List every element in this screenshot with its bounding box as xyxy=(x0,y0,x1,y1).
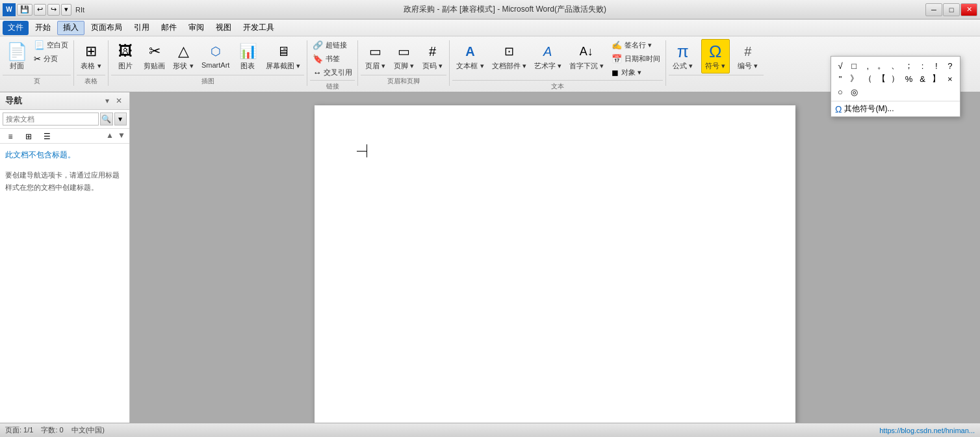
btn-picture[interactable]: 🖼 图片 xyxy=(111,39,140,73)
btn-object[interactable]: ◼ 对象 ▾ xyxy=(609,66,663,79)
btn-chart[interactable]: 📊 图表 xyxy=(233,39,262,73)
sidebar-collapse-btn[interactable]: ▾ xyxy=(102,96,112,106)
btn-shapes[interactable]: △ 形状 ▾ xyxy=(169,39,198,73)
status-words: 字数: 0 xyxy=(41,425,63,435)
header-footer-group-label: 页眉和页脚 xyxy=(361,75,446,87)
sym-percent[interactable]: % xyxy=(903,72,916,85)
sidebar-nav-arrows: ▲ ▼ xyxy=(105,130,127,143)
document-area[interactable] xyxy=(130,92,980,437)
sym-rbracket[interactable]: 】 xyxy=(930,72,943,85)
nav-down-btn[interactable]: ▼ xyxy=(116,130,127,140)
minimize-button[interactable]: ─ xyxy=(925,3,942,16)
symbol-dropdown: √ □ , 。 、 ； : ! ? " 》 （ 【 ） % & 】 × ○ ◎ … xyxy=(831,56,961,117)
quick-access-undo[interactable]: ↩ xyxy=(34,4,46,16)
btn-wordart[interactable]: A 艺术字 ▾ xyxy=(530,39,565,73)
sidebar-tab-results[interactable]: ☰ xyxy=(39,130,55,143)
sidebar-tab-pages[interactable]: ⊞ xyxy=(21,130,36,143)
sidebar-controls: ▾ ✕ xyxy=(102,96,124,106)
btn-formula[interactable]: π 公式 ▾ xyxy=(669,39,697,73)
btn-page-break[interactable]: ✂ 分页 xyxy=(31,53,71,65)
btn-symbol[interactable]: Ω 符号 ▾ xyxy=(701,39,730,73)
menu-bar: 文件 开始 插入 页面布局 引用 邮件 审阅 视图 开发工具 xyxy=(0,20,980,36)
search-input[interactable] xyxy=(3,113,99,126)
search-options-btn[interactable]: ▾ xyxy=(114,113,127,126)
quick-access-redo[interactable]: ↪ xyxy=(47,4,60,16)
menu-home[interactable]: 开始 xyxy=(30,21,56,35)
more-symbols-btn[interactable]: Ω 其他符号(M)... xyxy=(831,101,960,116)
btn-textbox[interactable]: A 文本框 ▾ xyxy=(452,39,487,73)
page-number-label: 页码 ▾ xyxy=(422,61,443,71)
sym-circle[interactable]: ○ xyxy=(834,85,847,98)
menu-file[interactable]: 文件 xyxy=(3,21,29,35)
sidebar-close-btn[interactable]: ✕ xyxy=(114,96,124,106)
sym-rangle[interactable]: 》 xyxy=(847,72,860,85)
document-page[interactable] xyxy=(315,105,795,437)
sym-question[interactable]: ? xyxy=(944,59,957,72)
btn-page-number[interactable]: # 页码 ▾ xyxy=(418,39,446,73)
cross-ref-label: 交叉引用 xyxy=(324,68,352,77)
btn-number[interactable]: # 编号 ▾ xyxy=(734,39,762,73)
btn-hyperlink[interactable]: 🔗 超链接 xyxy=(310,39,355,51)
btn-drop-cap[interactable]: A↓ 首字下沉 ▾ xyxy=(565,39,608,73)
btn-clip-art[interactable]: ✂ 剪贴画 xyxy=(140,39,169,73)
blank-page-icon: 📃 xyxy=(34,40,44,50)
sym-lbracket[interactable]: 【 xyxy=(875,72,888,85)
symbol-group-label xyxy=(701,75,734,78)
btn-datetime[interactable]: 📅 日期和时间 xyxy=(609,53,663,65)
btn-footer[interactable]: ▭ 页脚 ▾ xyxy=(389,39,418,73)
status-url: https://blog.csdn.net/hniman... xyxy=(879,427,975,434)
maximize-button[interactable]: □ xyxy=(943,3,960,16)
sym-rparen[interactable]: ） xyxy=(888,72,901,85)
btn-cover[interactable]: 📄 封面 xyxy=(3,39,31,73)
menu-page-layout[interactable]: 页面布局 xyxy=(86,21,127,35)
sym-enum[interactable]: 、 xyxy=(888,59,901,72)
btn-table[interactable]: ⊞ 表格 ▾ xyxy=(77,39,105,73)
quick-parts-icon: ⊡ xyxy=(504,42,514,61)
symbol-icon: Ω xyxy=(709,42,721,61)
title-bar-left: W 💾 ↩ ↪ ▾ RIt xyxy=(0,3,84,16)
table-group-label: 表格 xyxy=(77,75,105,87)
sym-exclaim[interactable]: ! xyxy=(930,59,943,72)
menu-review[interactable]: 审阅 xyxy=(183,21,209,35)
sym-dquote[interactable]: " xyxy=(834,72,847,85)
menu-mailings[interactable]: 邮件 xyxy=(156,21,182,35)
menu-references[interactable]: 引用 xyxy=(129,21,155,35)
btn-cross-ref[interactable]: ↔ 交叉引用 xyxy=(310,66,355,79)
btn-header[interactable]: ▭ 页眉 ▾ xyxy=(361,39,389,73)
btn-blank-page[interactable]: 📃 空白页 xyxy=(31,39,71,51)
btn-bookmark[interactable]: 🔖 书签 xyxy=(310,53,355,65)
sym-sqrt[interactable]: √ xyxy=(834,59,847,72)
sidebar-title: 导航 xyxy=(5,95,22,107)
sidebar-tab-headings[interactable]: ≡ xyxy=(3,130,18,143)
btn-signature[interactable]: ✍ 签名行 ▾ xyxy=(609,39,663,51)
close-button[interactable]: ✕ xyxy=(961,3,977,16)
quick-access-more[interactable]: ▾ xyxy=(61,4,71,16)
ribbon-group-table: ⊞ 表格 ▾ 表格 xyxy=(77,39,105,87)
quick-access-save[interactable]: 💾 xyxy=(17,4,32,16)
textbox-icon: A xyxy=(465,42,474,61)
ribbon-group-illustrations: 🖼 图片 ✂ 剪贴画 △ 形状 ▾ ⬡ SmartArt 📊 图表 xyxy=(111,39,304,87)
page-break-label: 分页 xyxy=(44,54,58,64)
sym-period[interactable]: 。 xyxy=(875,59,888,72)
sym-cross[interactable]: × xyxy=(944,72,957,85)
nav-up-btn[interactable]: ▲ xyxy=(105,130,115,140)
menu-developer[interactable]: 开发工具 xyxy=(238,21,279,35)
menu-view[interactable]: 视图 xyxy=(211,21,237,35)
sym-lparen[interactable]: （ xyxy=(861,72,874,85)
formula-group-label xyxy=(669,75,701,78)
page-break-icon: ✂ xyxy=(34,54,41,64)
sym-amp[interactable]: & xyxy=(916,72,929,85)
ribbon-group-header-footer: ▭ 页眉 ▾ ▭ 页脚 ▾ # 页码 ▾ 页眉和页脚 xyxy=(361,39,446,87)
btn-smartart[interactable]: ⬡ SmartArt xyxy=(198,39,233,72)
btn-quick-parts[interactable]: ⊡ 文档部件 ▾ xyxy=(488,39,530,73)
sym-box[interactable]: □ xyxy=(847,59,860,72)
btn-screenshot[interactable]: 🖥 屏幕截图 ▾ xyxy=(262,39,304,73)
sym-bullseye[interactable]: ◎ xyxy=(847,85,860,98)
menu-insert[interactable]: 插入 xyxy=(57,21,84,35)
sym-colon[interactable]: : xyxy=(916,59,929,72)
object-icon: ◼ xyxy=(612,68,619,77)
sym-comma[interactable]: , xyxy=(861,59,874,72)
sym-semi[interactable]: ； xyxy=(903,59,916,72)
search-button[interactable]: 🔍 xyxy=(100,113,113,126)
datetime-icon: 📅 xyxy=(612,54,622,64)
